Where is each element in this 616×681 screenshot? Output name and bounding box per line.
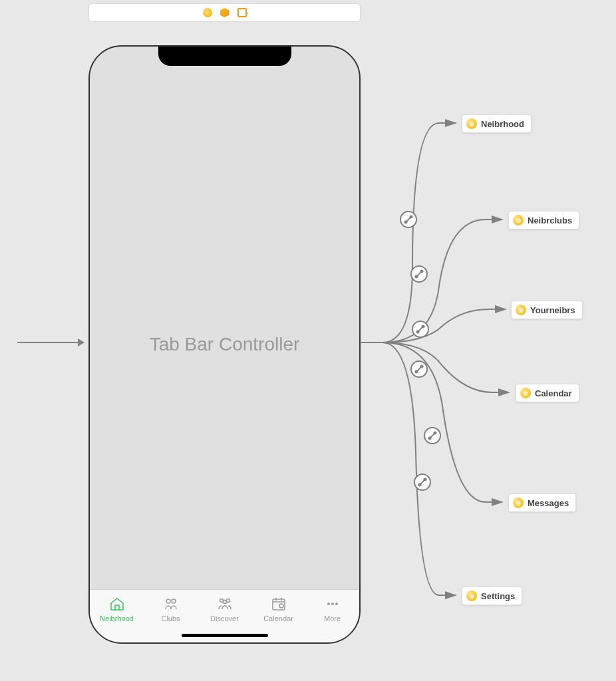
dest-label: Neibrhood	[481, 119, 524, 129]
dest-calendar[interactable]: ◎ Calendar	[516, 384, 579, 402]
svg-point-1	[172, 599, 176, 603]
dest-label: Neibrclubs	[528, 215, 572, 225]
svg-point-30	[422, 325, 424, 327]
svg-point-27	[420, 270, 422, 272]
svg-point-33	[420, 365, 422, 367]
svg-point-29	[416, 331, 418, 333]
svg-point-39	[424, 478, 426, 480]
tab-label: Clubs	[161, 614, 180, 622]
svg-point-16	[400, 211, 416, 227]
svg-line-25	[416, 271, 422, 277]
tab-neibrhood[interactable]: Neibrhood	[90, 595, 144, 622]
cube-icon[interactable]	[220, 7, 230, 18]
tab-calendar[interactable]: Calendar	[251, 595, 305, 622]
scene-title: Tab Bar Controller	[90, 47, 359, 642]
storyboard-ref-icon: ◎	[513, 497, 524, 508]
svg-point-3	[226, 599, 230, 603]
svg-point-18	[412, 321, 428, 337]
svg-line-37	[420, 479, 425, 485]
dest-settings[interactable]: ◎ Settings	[462, 587, 522, 605]
tab-clubs[interactable]: Clubs	[144, 595, 198, 622]
storyboard-ref-icon: ◎	[466, 591, 477, 601]
svg-line-28	[418, 327, 423, 332]
tab-label: Neibrhood	[100, 614, 134, 622]
dest-yourneibrs[interactable]: ◎ Yourneibrs	[511, 301, 583, 319]
home-indicator	[182, 634, 268, 637]
tab-discover[interactable]: Discover	[198, 595, 251, 622]
dest-neibrclubs[interactable]: ◎ Neibrclubs	[508, 211, 579, 229]
svg-point-23	[404, 221, 406, 223]
tab-more[interactable]: More	[305, 595, 359, 622]
storyboard-ref-icon: ◎	[516, 305, 526, 315]
svg-point-9	[335, 603, 338, 605]
dest-label: Settings	[481, 591, 515, 601]
svg-point-19	[411, 361, 427, 377]
svg-point-21	[414, 474, 430, 490]
svg-point-8	[331, 603, 334, 605]
svg-point-36	[434, 432, 436, 434]
svg-point-35	[428, 437, 430, 439]
tab-label: Calendar	[263, 614, 293, 622]
discover-icon	[216, 595, 233, 613]
svg-point-6	[279, 604, 283, 608]
svg-point-4	[223, 601, 226, 604]
svg-point-32	[415, 370, 417, 372]
dest-messages[interactable]: ◎ Messages	[508, 493, 576, 512]
tab-label: Discover	[210, 614, 239, 622]
svg-point-2	[220, 599, 223, 603]
dest-label: Messages	[528, 498, 569, 508]
calendar-icon	[270, 595, 287, 613]
phone-frame: Tab Bar Controller Neibrhood Clubs	[88, 45, 361, 644]
svg-point-7	[327, 603, 330, 605]
clubs-icon	[162, 595, 180, 613]
storyboard-ref-icon: ◎	[466, 118, 477, 129]
dest-label: Yourneibrs	[530, 305, 575, 315]
tab-label: More	[324, 614, 341, 622]
storyboard-ref-icon: ◎	[513, 215, 524, 225]
exit-icon[interactable]	[237, 7, 247, 18]
svg-line-31	[416, 366, 422, 372]
svg-point-0	[166, 599, 170, 603]
svg-line-22	[406, 217, 411, 222]
svg-point-20	[424, 428, 440, 444]
svg-point-26	[415, 275, 417, 277]
storyboard-ref-icon: ◎	[520, 388, 531, 398]
svg-point-38	[418, 483, 420, 485]
svg-point-24	[410, 215, 412, 217]
scene-toolbar: ⌂	[88, 3, 361, 22]
home-icon[interactable]: ⌂	[202, 7, 213, 18]
dest-label: Calendar	[535, 388, 572, 398]
entry-arrow	[17, 342, 84, 343]
dest-neibrhood[interactable]: ◎ Neibrhood	[462, 114, 532, 133]
more-icon	[324, 595, 341, 613]
svg-point-17	[411, 266, 427, 282]
house-icon	[108, 595, 126, 613]
svg-line-34	[430, 433, 435, 438]
